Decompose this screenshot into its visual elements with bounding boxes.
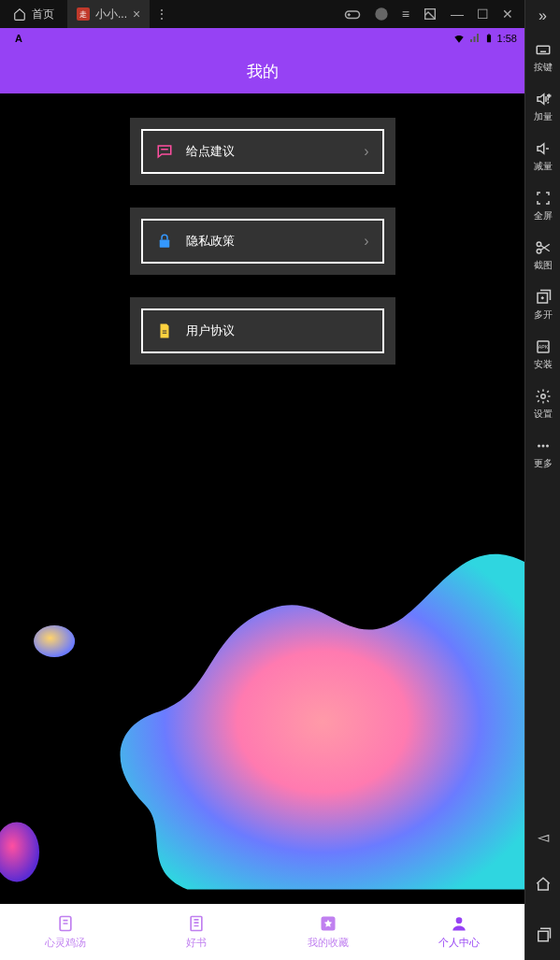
content-area: 给点建议 › 隐私政策 › 用户协议 xyxy=(0,93,524,904)
page-title: 我的 xyxy=(247,61,279,82)
app-badge-icon: 走 xyxy=(77,7,90,21)
side-volumeup[interactable]: + 加量 xyxy=(534,91,553,123)
screenshot-icon[interactable] xyxy=(423,7,438,21)
tab-home[interactable]: 首页 xyxy=(0,0,67,28)
android-home-icon[interactable] xyxy=(535,876,552,893)
tab-app[interactable]: 走 小小... × xyxy=(67,0,150,28)
apk-icon: APK xyxy=(535,338,552,355)
svg-point-15 xyxy=(537,250,541,254)
side-label: 全屏 xyxy=(534,209,553,222)
status-badge: A xyxy=(7,33,22,44)
volume-down-icon xyxy=(535,140,552,157)
svg-point-11 xyxy=(456,917,463,924)
side-label: 按键 xyxy=(534,61,553,74)
bottom-nav: 心灵鸡汤 好书 我的收藏 个人中心 xyxy=(0,904,524,960)
side-volumedown[interactable]: 减量 xyxy=(534,140,553,173)
lock-icon xyxy=(156,233,173,250)
svg-point-14 xyxy=(537,242,541,247)
menu-card-feedback: 给点建议 › xyxy=(130,118,395,185)
maximize-icon[interactable]: ☐ xyxy=(477,7,489,21)
svg-point-1 xyxy=(375,7,387,20)
menu-label: 给点建议 xyxy=(186,143,365,160)
close-tab-icon[interactable]: × xyxy=(133,7,140,21)
svg-point-19 xyxy=(540,394,545,399)
gamepad-icon[interactable] xyxy=(344,6,361,22)
svg-rect-3 xyxy=(486,35,490,42)
side-settings[interactable]: 设置 xyxy=(534,388,553,421)
keyboard-icon xyxy=(535,41,552,58)
android-recent-icon[interactable] xyxy=(535,926,552,943)
fullscreen-icon xyxy=(535,190,552,207)
menu-card-privacy: 隐私政策 › xyxy=(130,208,395,275)
volume-up-icon: + xyxy=(535,91,552,107)
side-more[interactable]: 更多 xyxy=(534,437,553,470)
svg-point-6 xyxy=(0,822,39,881)
more-icon xyxy=(535,437,552,454)
side-label: 设置 xyxy=(534,408,553,421)
close-icon[interactable]: ✕ xyxy=(502,7,513,21)
svg-rect-7 xyxy=(159,240,169,248)
svg-point-20 xyxy=(538,445,540,448)
side-label: 多开 xyxy=(534,308,553,322)
menu-icon[interactable]: ≡ xyxy=(402,7,409,21)
emulator-sidebar: » 按键 + 加量 减量 全屏 截图 多开 APK 安装 xyxy=(524,0,560,960)
scroll-icon xyxy=(56,914,75,933)
svg-text:APK: APK xyxy=(538,344,548,350)
side-fullscreen[interactable]: 全屏 xyxy=(534,190,553,222)
side-install[interactable]: APK 安装 xyxy=(534,338,553,371)
svg-point-21 xyxy=(541,445,544,448)
menu-label: 隐私政策 xyxy=(186,233,365,250)
android-back-icon[interactable]: ◅ xyxy=(538,828,549,846)
side-label: 安装 xyxy=(534,358,553,371)
android-status-bar: A 1:58 xyxy=(0,28,524,49)
svg-rect-12 xyxy=(537,46,550,53)
chevron-right-icon: › xyxy=(364,143,368,160)
home-icon xyxy=(13,7,26,21)
side-label: 减量 xyxy=(534,160,553,173)
nav-label: 好书 xyxy=(186,936,207,950)
nav-label: 我的收藏 xyxy=(308,936,349,950)
gear-icon xyxy=(535,388,552,405)
document-icon xyxy=(156,322,173,339)
person-icon xyxy=(450,914,468,933)
nav-profile[interactable]: 个人中心 xyxy=(394,904,524,960)
signal-icon xyxy=(469,33,481,44)
svg-rect-4 xyxy=(488,34,490,35)
menu-label: 用户协议 xyxy=(186,322,369,339)
status-time: 1:58 xyxy=(497,33,517,44)
side-label: 加量 xyxy=(534,110,553,123)
nav-books[interactable]: 好书 xyxy=(131,904,262,960)
emulator-titlebar: 首页 走 小小... × ⋮ ≡ — ☐ ✕ xyxy=(0,0,524,28)
collapse-icon[interactable]: » xyxy=(538,7,547,24)
wifi-icon xyxy=(452,32,466,45)
chevron-right-icon: › xyxy=(364,233,368,250)
menu-card-agreement: 用户协议 xyxy=(130,297,395,365)
tab-app-label: 小小... xyxy=(95,7,127,22)
user-icon[interactable] xyxy=(374,7,389,21)
nav-label: 心灵鸡汤 xyxy=(45,936,86,950)
tab-menu-icon[interactable]: ⋮ xyxy=(155,7,168,21)
star-icon xyxy=(319,914,337,933)
app-header: 我的 xyxy=(0,49,524,93)
scissors-icon xyxy=(535,239,552,256)
minimize-icon[interactable]: — xyxy=(451,7,464,21)
tab-home-label: 首页 xyxy=(32,7,54,22)
svg-point-5 xyxy=(34,625,75,657)
side-multi[interactable]: 多开 xyxy=(534,289,553,322)
svg-text:+: + xyxy=(547,93,551,98)
multi-instance-icon xyxy=(535,289,552,306)
book-icon xyxy=(187,914,206,933)
battery-icon xyxy=(484,32,494,45)
side-label: 更多 xyxy=(534,457,553,470)
menu-item-privacy[interactable]: 隐私政策 › xyxy=(141,219,384,264)
side-keymap[interactable]: 按键 xyxy=(534,41,553,74)
svg-point-22 xyxy=(546,445,549,448)
side-screenshot[interactable]: 截图 xyxy=(534,239,553,272)
nav-soup[interactable]: 心灵鸡汤 xyxy=(0,904,131,960)
svg-rect-23 xyxy=(538,931,548,941)
side-label: 截图 xyxy=(534,259,553,272)
menu-item-feedback[interactable]: 给点建议 › xyxy=(141,129,384,174)
nav-favorites[interactable]: 我的收藏 xyxy=(263,904,394,960)
menu-item-agreement[interactable]: 用户协议 xyxy=(141,308,384,353)
message-icon xyxy=(156,143,173,160)
